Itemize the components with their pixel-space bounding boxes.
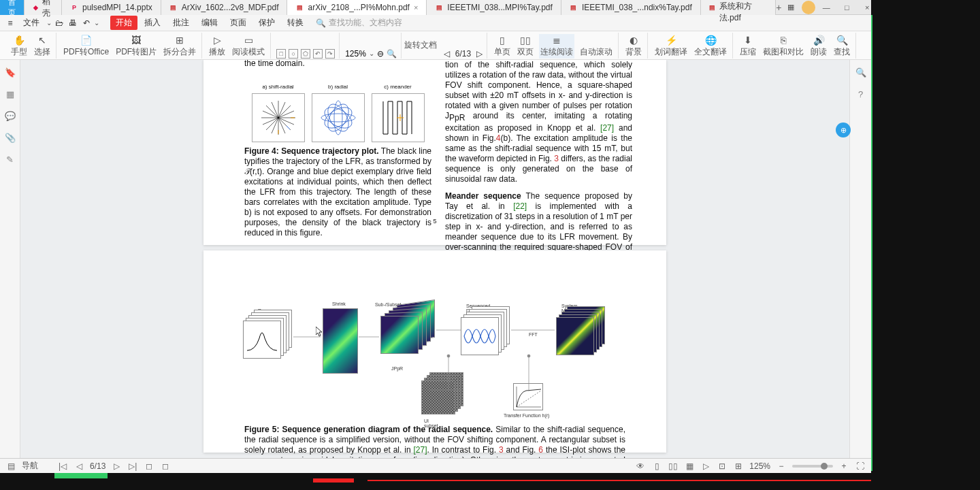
marker2-icon[interactable]: ◻	[160, 461, 171, 472]
zoom-in-button[interactable]: +	[838, 461, 849, 472]
menu-comment[interactable]: 批注	[167, 16, 195, 30]
next-page-button[interactable]: ▷	[111, 461, 122, 472]
tool-hand[interactable]: ✋手型	[10, 34, 29, 59]
layout3-icon[interactable]: ▦	[684, 461, 695, 472]
shape-poly-icon[interactable]: ⬠	[301, 49, 310, 59]
first-page-button[interactable]: |◁	[57, 461, 68, 472]
tool-find[interactable]: 🔍查找	[832, 34, 851, 59]
tool-double[interactable]: ▯▯双页	[516, 34, 535, 59]
rotate-right-icon[interactable]: ↷	[325, 49, 335, 59]
tool-read[interactable]: 🔊朗读	[809, 34, 828, 59]
pdf-icon: ▤	[169, 3, 178, 12]
svg-point-23	[447, 355, 450, 357]
undo-icon[interactable]: ↶	[80, 17, 93, 29]
maximize-button[interactable]: □	[837, 1, 856, 14]
nav-label[interactable]: 导航	[22, 460, 38, 472]
menu-convert[interactable]: 转换	[282, 16, 309, 30]
shape-rect-icon[interactable]: □	[276, 49, 286, 59]
svg-line-10	[287, 126, 290, 129]
zoom-out-icon[interactable]: ⊖	[377, 49, 384, 59]
fig-ref: 4	[496, 133, 501, 143]
tool-compress[interactable]: ⬇压缩	[738, 34, 757, 59]
tab-arxiv2108[interactable]: ▤arXiv_2108_...PI%Mohn.pdf×	[287, 0, 427, 15]
open-icon[interactable]: 🗁	[53, 17, 65, 29]
next-page-button[interactable]: ▷	[476, 49, 483, 59]
menu-protect[interactable]: 保护	[253, 16, 280, 30]
tool-select[interactable]: ↖选择	[33, 34, 52, 59]
tool-continuous[interactable]: ≣连续阅读	[539, 34, 574, 59]
comment-icon[interactable]: 💬	[5, 110, 16, 121]
tool-readmode[interactable]: ▭阅读模式	[231, 34, 266, 59]
print-icon[interactable]: 🖶	[67, 17, 79, 29]
menu-insert[interactable]: 插入	[139, 16, 166, 30]
figure-5-caption: Figure 5: Sequence generation diagram of…	[244, 421, 625, 458]
play-icon[interactable]: ▷	[700, 461, 711, 472]
zoom-slider[interactable]	[792, 465, 833, 468]
tab-arxiv1602[interactable]: ▤ArXiv_1602...2v8_MDF.pdf	[161, 0, 288, 15]
shape-circle-icon[interactable]: ○	[289, 49, 298, 59]
eye-icon[interactable]: 👁	[635, 461, 646, 472]
shapes-icon[interactable]: ✎	[5, 154, 16, 165]
rotate-left-icon[interactable]: ↶	[313, 49, 323, 59]
fit-icon[interactable]: ⊡	[717, 461, 728, 472]
tool-fulltrans[interactable]: 🌐全文翻译	[693, 34, 728, 59]
tool-wordtrans[interactable]: ⚡划词翻译	[653, 34, 689, 59]
left-sidebar: 🔖 ▦ 💬 📎 ✎	[0, 60, 20, 458]
search-box[interactable]: 🔍 查找功能、文档内容	[316, 17, 402, 29]
fit2-icon[interactable]: ⊞	[733, 461, 744, 472]
tool-bg[interactable]: ◐背景	[624, 34, 643, 59]
close-button[interactable]: ×	[858, 1, 877, 14]
document-viewport[interactable]: the time domain. a) shift-radial b) radi…	[20, 60, 849, 458]
menu-edit[interactable]: 编辑	[196, 16, 223, 30]
menu-start[interactable]: 开始	[110, 16, 137, 30]
minimize-button[interactable]: —	[817, 1, 836, 14]
zoom-out-button[interactable]: −	[776, 461, 787, 472]
prev-page-button[interactable]: ◁	[444, 49, 450, 59]
tool-pdf2office[interactable]: 📄PDF转Office	[62, 34, 110, 59]
zoom-control[interactable]: 125%⌄⊖🔍	[345, 49, 397, 59]
page-indicator[interactable]: 6/13	[90, 461, 105, 471]
tab-pulsedmpi[interactable]: PpulsedMPI_14.pptx	[62, 0, 161, 15]
page-number: 5	[203, 218, 666, 225]
tool-autoscroll[interactable]: 自动滚动	[578, 46, 614, 59]
help-icon[interactable]: ?	[855, 88, 866, 99]
tool-play[interactable]: ▷播放	[208, 34, 227, 59]
attach-icon[interactable]: 📎	[5, 132, 16, 143]
tab-ieeetmi2[interactable]: ▤IEEETMI_038_...ndix%Tay.pdf	[561, 0, 701, 15]
speaker-icon: 🔊	[813, 35, 825, 46]
tool-rotate[interactable]: 旋转文档	[403, 39, 438, 52]
tab-cn-patent[interactable]: ▤CN111833...系统和方法.pdf	[701, 0, 776, 15]
tab-label: pulsedMPI_14.pptx	[82, 3, 152, 12]
close-icon[interactable]: ×	[414, 3, 418, 12]
thumbnails-icon[interactable]: ▦	[5, 88, 16, 99]
new-tab-button[interactable]: +	[776, 2, 781, 13]
zoom-in-icon[interactable]: 🔍	[387, 49, 397, 59]
fullscreen-button[interactable]: ⛶	[855, 461, 866, 472]
menu-page[interactable]: 页面	[225, 16, 252, 30]
menu-file[interactable]: 文件	[18, 16, 45, 30]
tool-pdf2img[interactable]: 🖼PDF转图片	[114, 34, 158, 59]
layout1-icon[interactable]: ▯	[651, 461, 662, 472]
zoom-icon[interactable]: 🔍	[855, 67, 866, 78]
floating-badge[interactable]: ⊕	[836, 122, 851, 137]
svg-point-16	[323, 101, 353, 135]
avatar[interactable]	[802, 1, 815, 14]
zoom-value: 125%	[749, 461, 770, 471]
tool-split[interactable]: ⊞拆分合并	[162, 34, 197, 59]
bookmark-icon[interactable]: 🔖	[5, 67, 16, 78]
nav-icon[interactable]: ▤	[5, 461, 16, 472]
tab-home[interactable]: 首页	[0, 0, 24, 15]
prev-page-button[interactable]: ◁	[74, 461, 84, 472]
menu-icon[interactable]: ≡	[4, 17, 16, 29]
tool-crop[interactable]: ⎘截图和对比	[762, 34, 805, 59]
tool-single[interactable]: ▯单页	[493, 34, 512, 59]
marker-icon[interactable]: ◻	[144, 461, 154, 472]
tab-label: CN111833...系统和方法.pdf	[719, 0, 767, 24]
grid-icon[interactable]: ▦	[781, 1, 800, 14]
last-page-button[interactable]: ▷|	[127, 461, 138, 472]
tab-ieeetmi1[interactable]: ▤IEEETMI_038...MPI%Tay.pdf	[427, 0, 561, 15]
page-indicator[interactable]: 6/13	[455, 49, 471, 59]
subfig-label: b) radial	[312, 84, 365, 91]
tab-daoke[interactable]: ◆稻壳	[24, 0, 62, 15]
layout2-icon[interactable]: ▯▯	[668, 461, 679, 472]
